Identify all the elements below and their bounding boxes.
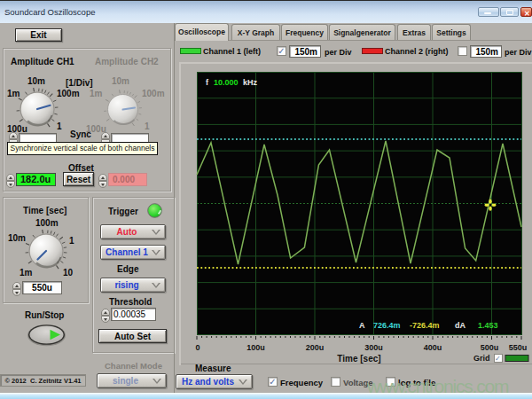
svg-text:200u: 200u [306, 343, 325, 352]
svg-text:kHz: kHz [243, 78, 258, 87]
svg-text:100u: 100u [246, 343, 265, 352]
svg-text:Grid: Grid [473, 354, 490, 363]
svg-text:400u: 400u [424, 343, 442, 352]
svg-text:A: A [359, 321, 365, 330]
svg-text:726.4m: 726.4m [373, 321, 401, 330]
svg-text:✓: ✓ [495, 355, 501, 363]
svg-text:1.453: 1.453 [478, 321, 498, 330]
svg-text:300u: 300u [364, 343, 383, 352]
svg-text:550u: 550u [509, 343, 528, 352]
svg-text:0: 0 [195, 343, 200, 352]
svg-text:Time [sec]: Time [sec] [337, 354, 380, 364]
svg-text:500u: 500u [481, 343, 499, 352]
svg-text:10.000: 10.000 [214, 78, 239, 87]
svg-text:-726.4m: -726.4m [410, 321, 440, 330]
svg-text:dA: dA [455, 321, 466, 330]
